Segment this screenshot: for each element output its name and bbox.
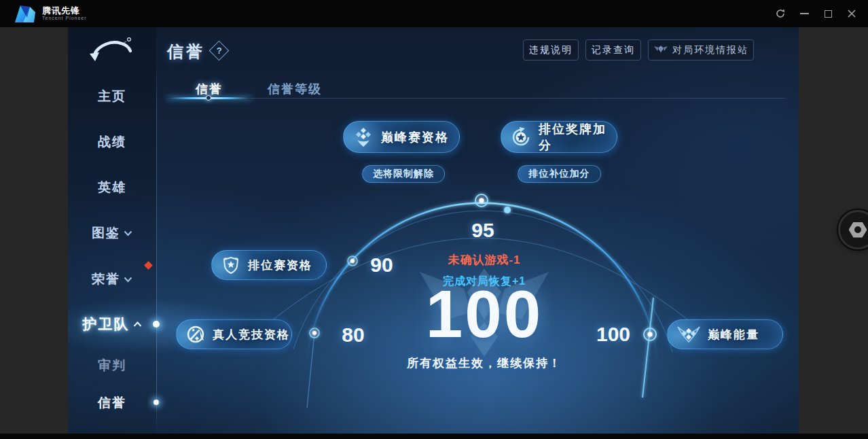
shield-star-icon <box>221 255 241 275</box>
sidebar-item-guard[interactable]: 护卫队 <box>68 315 156 334</box>
chevron-up-icon <box>133 321 142 328</box>
no-bot-icon <box>185 324 206 345</box>
sidebar-item-records[interactable]: 战绩 <box>68 133 156 152</box>
tencent-pioneer-logo-icon <box>14 4 37 24</box>
gauge-tick-95: 95 <box>466 219 500 242</box>
credit-score: 100 <box>348 283 620 346</box>
sidebar-item-heroes[interactable]: 英雄 <box>68 178 156 197</box>
chevron-down-icon <box>124 277 132 283</box>
minimize-icon[interactable] <box>799 8 810 19</box>
sidebar-item-honor[interactable]: 荣誉 <box>68 270 156 289</box>
penalty-text: 未确认游戏-1 <box>348 252 620 268</box>
peak-match-qualification-badge[interactable]: 巅峰赛资格 <box>343 121 460 153</box>
peak-energy-badge[interactable]: 巅峰能量 <box>667 319 783 349</box>
medal-circle-icon <box>510 126 532 148</box>
tab-credit-level[interactable]: 信誉等级 <box>262 81 327 97</box>
match-env-intel-button[interactable]: 对局环境情报站 <box>648 39 754 60</box>
intel-emblem-icon <box>653 45 668 55</box>
sidebar-item-home[interactable]: 主页 <box>68 87 156 106</box>
maximize-icon[interactable] <box>822 8 833 19</box>
rank-qualification-badge[interactable]: 排位赛资格 <box>211 250 327 280</box>
back-button[interactable] <box>86 36 136 66</box>
letterbox-left <box>0 27 68 434</box>
window-controls <box>775 0 857 27</box>
wing-diamond-icon <box>676 326 701 343</box>
sidebar-item-credit[interactable]: 信誉 <box>68 393 156 412</box>
refresh-icon[interactable] <box>775 8 786 19</box>
close-icon[interactable] <box>846 8 857 19</box>
credit-nav-dot <box>153 400 159 405</box>
titlebar: 腾讯先锋 Tencent Pioneer <box>0 0 868 27</box>
record-query-button[interactable]: 记录查询 <box>585 39 641 60</box>
human-pvp-qualification-badge[interactable]: 真人竞技资格 <box>176 319 292 349</box>
bottom-bar <box>0 434 868 439</box>
active-tab-marker <box>206 95 211 101</box>
hexagon-icon <box>849 222 867 238</box>
tab-divider <box>167 98 785 99</box>
sidebar-item-gallery[interactable]: 图鉴 <box>68 224 156 243</box>
rank-medal-bonus-badge[interactable]: 排位奖牌加分 <box>501 121 617 153</box>
diamond-cluster-icon <box>352 126 374 148</box>
violation-info-button[interactable]: 违规说明 <box>523 39 579 60</box>
pick-limit-removed-pill[interactable]: 选将限制解除 <box>362 165 445 183</box>
page-title: 信誉 <box>167 41 205 63</box>
rank-backup-bonus-pill[interactable]: 排位补位加分 <box>518 165 601 183</box>
game-screen: 80 90 95 100 未确认游戏-1 完成对局恢复+1 100 所有权益生效… <box>68 27 799 434</box>
help-icon[interactable]: ? <box>209 41 230 61</box>
app-subtitle: Tencent Pioneer <box>42 16 87 20</box>
sidebar-item-judge[interactable]: 审判 <box>68 356 156 375</box>
chevron-down-icon <box>124 230 132 236</box>
sidebar-divider <box>156 63 157 434</box>
active-nav-dot <box>153 321 160 328</box>
status-text: 所有权益生效，继续保持！ <box>348 355 620 371</box>
